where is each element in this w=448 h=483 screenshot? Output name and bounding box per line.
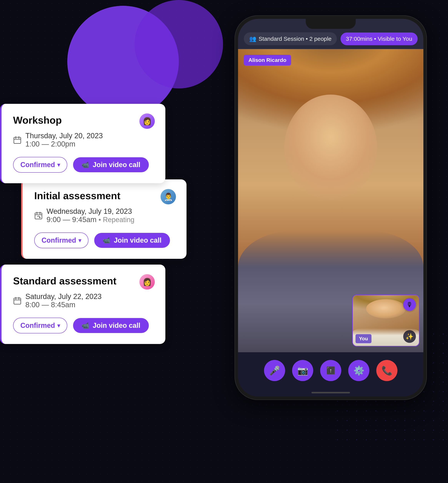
settings-control-btn[interactable]: ⚙️ xyxy=(348,360,369,381)
mic-control-btn[interactable]: 🎤 xyxy=(264,360,285,381)
svg-rect-8 xyxy=(14,298,21,304)
camera-ctrl-icon: 📷 xyxy=(297,365,308,376)
calendar-icon-3 xyxy=(13,297,22,305)
initial-confirmed-btn[interactable]: Confirmed ▾ xyxy=(34,233,88,248)
cards-container: 👩 Workshop Thursday, July 20, 2023 1:00 … xyxy=(0,104,173,344)
phone-mockup: 👥 Standard Session • 2 people 37:00mins … xyxy=(235,15,427,400)
people-icon: 👥 xyxy=(249,35,256,42)
standard-assessment-time: 8:00 — 8:45am xyxy=(25,301,102,309)
initial-confirmed-label: Confirmed xyxy=(41,236,76,244)
standard-assessment-card: 👩 Standard assessment Saturday, July 22,… xyxy=(0,265,165,344)
home-bar-indicator xyxy=(312,392,350,393)
standard-confirmed-btn[interactable]: Confirmed ▾ xyxy=(13,318,67,333)
standard-assessment-avatar: 👩 xyxy=(139,274,155,290)
mic-icon: 🎙 xyxy=(406,301,413,308)
workshop-time: 1:00 — 2:00pm xyxy=(25,140,103,148)
standard-confirmed-label: Confirmed xyxy=(20,322,55,330)
standard-join-label: Join video call xyxy=(93,322,140,330)
sparkle-icon: ✨ xyxy=(406,333,414,340)
workshop-avatar: 👩 xyxy=(139,113,155,129)
main-video-area: Alison Ricardo xyxy=(238,49,423,352)
initial-assessment-date: Wednesday, July 19, 2023 xyxy=(47,207,134,216)
workshop-date-time: Thursday, July 20, 2023 1:00 — 2:00pm xyxy=(25,132,103,148)
chevron-down-icon-2: ▾ xyxy=(79,237,81,244)
workshop-join-btn[interactable]: 📹 Join video call xyxy=(73,157,149,172)
workshop-confirmed-label: Confirmed xyxy=(20,161,55,169)
phone-notch xyxy=(306,19,356,29)
phone-screen-container: 👥 Standard Session • 2 people 37:00mins … xyxy=(238,19,423,396)
standard-join-btn[interactable]: 📹 Join video call xyxy=(73,318,149,333)
decorative-circle-2 xyxy=(135,0,223,89)
repeating-badge: • Repeating xyxy=(98,216,134,224)
pip-container: 🎙 You ✨ xyxy=(352,295,420,346)
standard-assessment-actions: Confirmed ▾ 📹 Join video call xyxy=(13,318,154,333)
timer-pill: 37:00mins • Visible to You xyxy=(341,32,418,45)
chevron-down-icon: ▾ xyxy=(57,162,60,168)
pip-sparkle-button[interactable]: ✨ xyxy=(403,330,416,343)
mic-ctrl-icon: 🎤 xyxy=(269,365,280,376)
standard-assessment-title: Standard assessment xyxy=(13,275,154,287)
share-control-btn[interactable]: ⬛ ↑ xyxy=(320,360,341,381)
workshop-title: Workshop xyxy=(13,114,154,126)
timer-label: 37:00mins • Visible to You xyxy=(346,36,412,42)
session-label: Standard Session • 2 people xyxy=(259,36,331,42)
standard-assessment-date: Saturday, July 22, 2023 xyxy=(25,292,102,301)
phone-home-bar xyxy=(238,391,423,396)
initial-assessment-time: 9:00 — 9:45am • Repeating xyxy=(47,216,134,224)
workshop-actions: Confirmed ▾ 📹 Join video call xyxy=(13,157,154,173)
initial-assessment-date-time: Wednesday, July 19, 2023 9:00 — 9:45am •… xyxy=(47,207,134,224)
initial-assessment-avatar: 👨‍⚕️ xyxy=(160,189,176,204)
chevron-down-icon-3: ▾ xyxy=(57,322,60,329)
initial-assessment-title: Initial assessment xyxy=(34,190,175,201)
phone-screen: 👥 Standard Session • 2 people 37:00mins … xyxy=(238,19,423,396)
workshop-confirmed-btn[interactable]: Confirmed ▾ xyxy=(13,157,67,173)
phone-outer: 👥 Standard Session • 2 people 37:00mins … xyxy=(235,15,427,400)
you-label: You xyxy=(356,334,371,343)
pip-mic-button[interactable]: 🎙 xyxy=(403,298,416,311)
video-call-icon: 📹 xyxy=(81,161,89,169)
standard-assessment-date-row: Saturday, July 22, 2023 8:00 — 8:45am xyxy=(13,292,154,309)
workshop-join-label: Join video call xyxy=(93,161,140,169)
initial-join-btn[interactable]: 📹 Join video call xyxy=(94,233,170,248)
initial-assessment-date-row: Wednesday, July 19, 2023 9:00 — 9:45am •… xyxy=(34,207,175,224)
video-call-icon-2: 📹 xyxy=(103,237,110,244)
initial-join-label: Join video call xyxy=(114,236,161,244)
settings-ctrl-icon: ⚙️ xyxy=(353,365,364,376)
standard-assessment-date-time: Saturday, July 22, 2023 8:00 — 8:45am xyxy=(25,292,102,309)
video-call-icon-3: 📹 xyxy=(81,322,89,329)
end-call-icon: 📞 xyxy=(382,365,392,376)
workshop-date-row: Thursday, July 20, 2023 1:00 — 2:00pm xyxy=(13,132,154,148)
svg-rect-0 xyxy=(14,137,21,144)
workshop-date: Thursday, July 20, 2023 xyxy=(25,132,103,140)
initial-assessment-card: 👨‍⚕️ Initial assessment Wednesday, July … xyxy=(21,179,186,259)
initial-assessment-actions: Confirmed ▾ 📹 Join video call xyxy=(34,233,175,248)
end-call-btn[interactable]: 📞 xyxy=(376,360,397,381)
calendar-repeating-icon xyxy=(34,211,43,220)
calendar-icon xyxy=(13,136,22,144)
call-controls: 🎤 📷 ⬛ ↑ ⚙️ 📞 xyxy=(238,352,423,391)
camera-control-btn[interactable]: 📷 xyxy=(292,360,313,381)
session-info-pill: 👥 Standard Session • 2 people xyxy=(244,32,337,45)
workshop-card: 👩 Workshop Thursday, July 20, 2023 1:00 … xyxy=(0,104,165,183)
alison-name-label: Alison Ricardo xyxy=(244,55,291,65)
